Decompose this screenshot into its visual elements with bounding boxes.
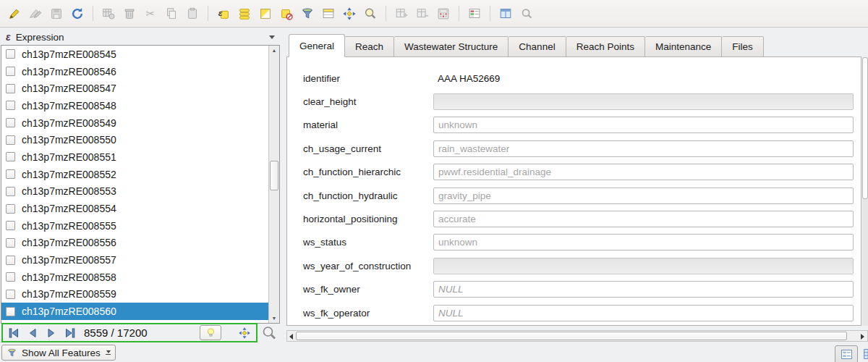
conditional-formatting-button[interactable] (467, 6, 482, 22)
scroll-right-icon[interactable] (861, 334, 864, 340)
field-input-horizontal-positioning[interactable]: accurate (433, 211, 854, 227)
feature-list-item[interactable]: ch13p7mzRE008546 (1, 63, 268, 80)
first-feature-button[interactable] (6, 326, 21, 340)
table-view-toggle-button[interactable] (862, 347, 868, 362)
zoom-to-selection-button[interactable] (362, 6, 378, 22)
toggle-editing-button[interactable] (7, 6, 22, 22)
feature-list-item[interactable]: ch13p7mzRE008551 (1, 148, 268, 166)
feature-checkbox[interactable] (6, 307, 15, 316)
feature-checkbox[interactable] (6, 204, 15, 214)
feature-list-item[interactable]: ch13p7mzRE008545 (1, 46, 268, 63)
show-all-features-button[interactable]: Show All Features (1, 345, 116, 361)
last-feature-button[interactable] (62, 326, 77, 340)
feature-list-item[interactable]: ch13p7mzRE008550 (1, 131, 268, 148)
feature-checkbox[interactable] (6, 49, 15, 59)
form-view-toggle-button[interactable] (835, 345, 858, 362)
tab-maintenance[interactable]: Maintenance (645, 36, 722, 57)
tab-wastewater-structure[interactable]: Wastewater Structure (394, 36, 509, 57)
move-selection-to-top-button[interactable] (320, 6, 336, 22)
multiedit-button[interactable] (27, 6, 43, 22)
qgis-attribute-form-window: { "toolbar": { "icons": ["toggle-editing… (0, 0, 868, 362)
search-settings-button[interactable] (519, 6, 535, 22)
select-all-button[interactable] (237, 6, 252, 22)
feature-checkbox[interactable] (6, 118, 15, 127)
feature-checkbox[interactable] (6, 272, 15, 282)
feature-checkbox[interactable] (6, 187, 15, 196)
save-edits-button[interactable] (48, 6, 64, 22)
field-input-material[interactable]: unknown (433, 117, 854, 133)
delete-selected-button[interactable] (122, 6, 137, 22)
feature-id-label: ch13p7mzRE008550 (22, 134, 116, 146)
auto-zoom-button[interactable] (261, 325, 277, 341)
feature-list-item[interactable]: ch13p7mzRE008558 (1, 269, 268, 286)
feature-checkbox[interactable] (6, 152, 15, 161)
form-vertical-scrollbar[interactable] (862, 57, 868, 326)
scrollbar-thumb[interactable] (296, 332, 847, 340)
feature-list-item[interactable]: ch13p7mzRE008559 (1, 286, 268, 303)
feature-list-item[interactable]: ch13p7mzRE008552 (1, 166, 268, 183)
feature-list-item-selected[interactable]: ch13p7mzRE008560 (1, 303, 268, 320)
display-expression-bar[interactable]: ε Expression (6, 30, 279, 44)
tab-general[interactable]: General (289, 34, 345, 57)
scroll-left-icon[interactable] (289, 334, 293, 340)
filter-select-button[interactable] (299, 6, 315, 22)
feature-counter: 8559 / 17200 (84, 327, 148, 339)
expression-epsilon-icon: ε (6, 31, 11, 43)
delete-field-button[interactable] (414, 6, 430, 22)
field-input-ch-function-hydraulic[interactable]: gravity_pipe (433, 188, 854, 204)
deselect-all-button[interactable] (278, 6, 294, 22)
chevron-down-icon[interactable] (269, 35, 275, 39)
feature-checkbox[interactable] (6, 290, 15, 299)
field-input-ch-usage-current[interactable]: rain_wastewater (433, 140, 854, 157)
feature-list-item[interactable]: ch13p7mzRE008549 (1, 114, 268, 132)
select-by-expression-button[interactable]: ε (216, 6, 231, 22)
feature-list-item[interactable]: ch13p7mzRE008548 (1, 97, 268, 114)
feature-checkbox[interactable] (6, 238, 15, 248)
feature-checkbox[interactable] (6, 256, 15, 265)
feature-checkbox[interactable] (6, 101, 15, 110)
feature-list-item[interactable]: ch13p7mzRE008547 (1, 80, 268, 97)
invert-selection-button[interactable] (258, 6, 273, 22)
feature-checkbox[interactable] (6, 67, 15, 76)
pan-to-selection-button[interactable] (341, 6, 357, 22)
new-field-button[interactable] (393, 6, 409, 22)
copy-button[interactable] (163, 6, 179, 22)
feature-checkbox[interactable] (6, 135, 15, 145)
scroll-up-icon[interactable]: ▲ (269, 46, 279, 55)
tab-reach[interactable]: Reach (345, 36, 394, 57)
feature-list-scrollbar[interactable]: ▲ ▼ (268, 46, 279, 323)
field-input-ws-fk-owner[interactable]: NULL (433, 281, 854, 298)
paste-button[interactable] (184, 6, 200, 22)
cut-button[interactable]: ✂ (142, 6, 158, 22)
feature-list-item[interactable]: ch13p7mzRE008553 (1, 183, 268, 201)
next-feature-button[interactable] (43, 326, 59, 340)
feature-list-item[interactable]: ch13p7mzRE008554 (1, 200, 268, 217)
field-input-ch-function-hierarchic[interactable]: pwwf.residential_drainage (433, 164, 854, 180)
field-label-identifier: identifier (303, 73, 433, 84)
pan-arrows-icon (342, 7, 357, 21)
field-label-ws-fk-operator: ws_fk_operator (303, 308, 433, 319)
scroll-down-icon[interactable]: ▼ (269, 313, 279, 323)
field-input-ws-fk-operator[interactable]: NULL (433, 305, 854, 321)
form-horizontal-scrollbar[interactable] (286, 330, 868, 342)
new-field-icon (394, 7, 409, 21)
feature-checkbox[interactable] (6, 84, 15, 93)
dock-attribute-table-button[interactable] (498, 6, 514, 22)
feature-checkbox[interactable] (6, 221, 15, 230)
tab-reach-points[interactable]: Reach Points (566, 36, 645, 57)
feature-list-item[interactable]: ch13p7mzRE008556 (1, 235, 268, 252)
previous-feature-button[interactable] (25, 326, 40, 340)
tab-channel[interactable]: Channel (509, 36, 566, 57)
scrollbar-thumb[interactable] (270, 161, 278, 190)
feature-checkbox[interactable] (6, 169, 15, 179)
tab-files[interactable]: Files (722, 36, 764, 57)
feature-list-item[interactable]: ch13p7mzRE008557 (1, 251, 268, 269)
field-input-ws-status[interactable]: unknown (433, 234, 854, 251)
scrollbar-thumb[interactable] (862, 57, 868, 199)
highlight-feature-button[interactable] (200, 325, 221, 340)
field-calculator-button[interactable] (435, 6, 451, 22)
add-feature-button[interactable] (101, 6, 116, 22)
reload-table-button[interactable] (69, 6, 85, 22)
feature-list-item[interactable]: ch13p7mzRE008555 (1, 217, 268, 235)
auto-pan-button[interactable] (237, 325, 252, 340)
